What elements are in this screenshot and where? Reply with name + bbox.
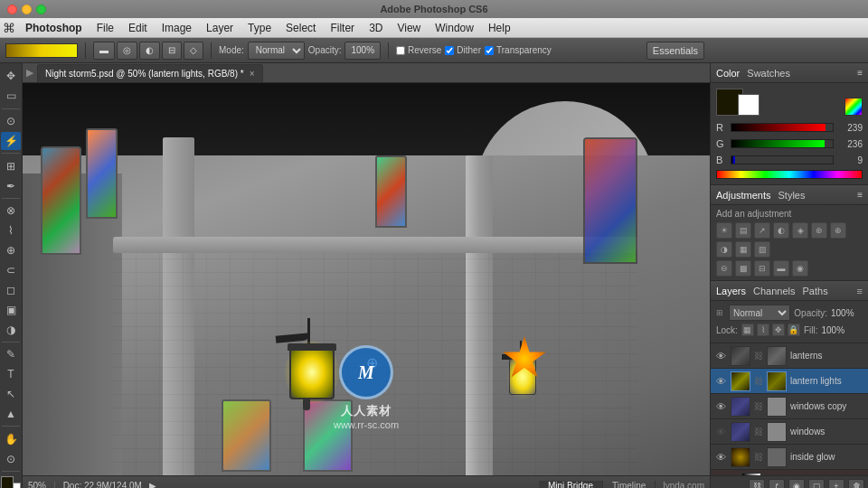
layer-lantern-lights[interactable]: 👁 ⛓ lantern lights [711,369,868,394]
blend-mode-select[interactable]: Normal [729,305,790,321]
menu-view[interactable]: View [390,18,428,37]
text-tool[interactable]: T [1,365,21,384]
threshold-adj[interactable]: ⊟ [754,260,770,277]
menu-type[interactable]: Type [241,18,278,37]
hand-tool[interactable]: ✋ [1,429,21,448]
color-spectrum-slider[interactable] [716,170,863,179]
new-layer-btn[interactable]: + [828,479,844,489]
document-tab[interactable]: Night storm5.psd @ 50% (lantern lights, … [37,64,263,82]
menu-layer[interactable]: Layer [199,18,241,37]
invert-adj[interactable]: ⊖ [716,260,732,277]
color-spectrum-box[interactable] [844,98,863,116]
gradient-map-adj[interactable]: ▬ [773,260,789,277]
path-select-tool[interactable]: ↖ [1,385,21,404]
g-slider[interactable] [731,139,834,148]
vibrance-adj[interactable]: ◈ [792,222,808,239]
layers-panel-menu[interactable]: ≡ [857,286,863,296]
tab-close[interactable]: × [250,69,255,79]
opacity-value[interactable]: 100% [831,308,863,318]
brush-tool[interactable]: ⌇ [1,221,21,240]
heal-tool[interactable]: ⊗ [1,202,21,221]
menu-3d[interactable]: 3D [362,18,390,37]
adjustments-tab[interactable]: Adjustments [716,190,771,201]
minimize-button[interactable] [22,5,32,14]
dodge-tool[interactable]: ◑ [1,320,21,339]
selective-color-adj[interactable]: ◉ [792,260,808,277]
link-layers-btn[interactable]: ⛓ [749,479,765,489]
canvas[interactable]: ⊕ M 人人素材 www.rr-sc.com [23,83,710,475]
status-arrow[interactable]: ▶ [149,481,156,488]
gradient-radial-btn[interactable]: ◎ [117,42,137,60]
menu-photoshop[interactable]: Photoshop [18,18,90,37]
color-panel-menu[interactable]: ≡ [857,68,863,78]
layer-eye-lanterns[interactable]: 👁 [714,350,727,362]
quick-select-tool[interactable]: ⚡ [1,132,21,151]
layer-lanterns[interactable]: 👁 ⛓ lanterns [711,343,868,369]
fill-value[interactable]: 100% [821,325,853,335]
dither-checkbox[interactable]: Dither [445,45,481,55]
delete-layer-btn[interactable]: 🗑 [848,479,864,489]
r-value[interactable]: 239 [837,123,863,133]
swatches-tab[interactable]: Swatches [747,68,790,79]
essentials-btn[interactable]: Essentials [646,42,704,60]
lock-position[interactable]: ✥ [772,324,785,336]
menu-window[interactable]: Window [428,18,481,37]
gradient-diamond-btn[interactable]: ◇ [184,42,203,60]
styles-tab[interactable]: Styles [778,190,806,201]
gradient-preview[interactable] [5,43,78,58]
photo-adj[interactable]: ▦ [735,241,751,258]
layer-eye-windows-copy[interactable]: 👁 [714,400,727,413]
levels-adj[interactable]: ▤ [735,222,751,239]
hsl-adj[interactable]: ⊛ [811,222,827,239]
tab-arrow[interactable]: ▶ [26,67,37,79]
history-brush-tool[interactable]: ⊂ [1,261,21,280]
bw-adj[interactable]: ◑ [716,241,732,258]
mini-bridge-tab[interactable]: Mini Bridge [539,481,603,488]
colorbalance-adj[interactable]: ⊕ [830,222,846,239]
move-tool[interactable]: ✥ [1,67,21,86]
b-value[interactable]: 9 [837,155,863,165]
timeline-tab[interactable]: Timeline [603,481,656,488]
menu-help[interactable]: Help [481,18,518,37]
menu-filter[interactable]: Filter [323,18,362,37]
clone-stamp-tool[interactable]: ⊕ [1,241,21,260]
apple-menu[interactable]: ⌘ [0,18,18,38]
reverse-input[interactable] [396,46,405,55]
brightness-adj[interactable]: ☀ [716,222,732,239]
gradient-tool[interactable]: ▣ [1,300,21,319]
exposure-adj[interactable]: ◐ [773,222,789,239]
curves-adj[interactable]: ↗ [754,222,770,239]
close-button[interactable] [7,5,17,14]
b-slider[interactable] [731,155,834,164]
pen-tool[interactable]: ✎ [1,345,21,364]
layers-tab[interactable]: Layers [716,286,746,296]
reverse-checkbox[interactable]: Reverse [396,45,441,55]
new-group-btn[interactable]: ▢ [808,479,825,489]
color-tab[interactable]: Color [716,68,740,79]
background-color-box[interactable] [738,94,760,116]
gradient-angle-btn[interactable]: ◐ [139,42,160,60]
layer-windows-copy[interactable]: 👁 ⛓ windows copy [711,394,868,419]
transparency-checkbox[interactable]: Transparency [485,45,552,55]
layer-inside-glow[interactable]: 👁 ⛓ inside glow [711,445,868,470]
layer-mask-btn[interactable]: ◉ [788,479,805,489]
gradient-reflect-btn[interactable]: ⊟ [162,42,182,60]
lock-image[interactable]: ⌇ [757,324,769,336]
g-value[interactable]: 236 [837,139,863,149]
marquee-tool[interactable]: ▭ [1,87,21,106]
foreground-color-swatch[interactable] [1,476,14,488]
dither-input[interactable] [445,46,454,55]
lock-all[interactable]: 🔒 [788,324,800,336]
layer-eye-windows[interactable]: 👁 [714,426,727,438]
channels-tab[interactable]: Channels [753,286,795,296]
opacity-value[interactable]: 100% [344,42,381,60]
r-slider[interactable] [731,123,834,132]
layer-eye-lantern-lights[interactable]: 👁 [714,375,727,388]
paths-tab[interactable]: Paths [803,286,828,296]
layer-windows[interactable]: 👁 ⛓ windows [711,419,868,445]
zoom-level[interactable]: 50% [28,481,46,488]
menu-image[interactable]: Image [155,18,199,37]
mode-select[interactable]: Normal [248,42,305,60]
lasso-tool[interactable]: ⊙ [1,112,21,131]
layer-eye-inside-glow[interactable]: 👁 [714,451,727,464]
